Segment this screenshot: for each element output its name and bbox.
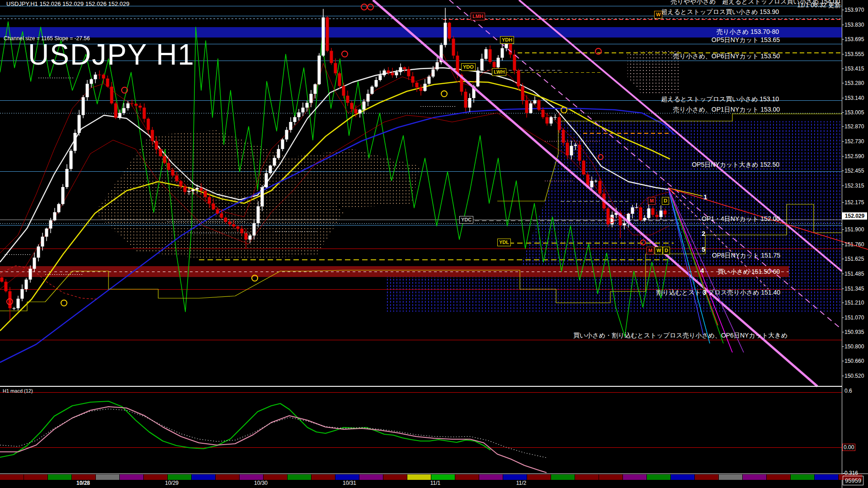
session-bar-segment (120, 474, 143, 480)
session-bar-segment (407, 474, 431, 480)
candle-body (249, 235, 252, 239)
session-bar-segment (359, 474, 383, 480)
candle-body (550, 117, 553, 123)
session-bar-segment (383, 474, 407, 480)
candle-body (525, 100, 528, 113)
session-bar-segment (168, 474, 191, 480)
candle-body (236, 226, 240, 229)
session-bar-segment (839, 474, 862, 480)
candle-body (86, 84, 89, 97)
candle-body (245, 233, 248, 239)
candle-body (346, 96, 349, 103)
mt4-chart-window: USDJPY,H1 152.026 152.029 152.026 152.02… (0, 0, 868, 488)
candle-body (436, 62, 439, 70)
session-bar-segment (815, 474, 838, 480)
candle-body (546, 117, 549, 123)
session-bar-segment (288, 474, 311, 480)
candle-body (664, 211, 667, 214)
session-bar-segment (144, 474, 167, 480)
candle-body (257, 206, 260, 223)
candle-body (192, 189, 195, 191)
candle-body (306, 103, 309, 108)
candle-body (407, 69, 410, 76)
session-bar-segment (431, 474, 455, 480)
session-bar-segment (72, 474, 95, 480)
session-bar-segment (192, 474, 215, 480)
candle-body (66, 169, 69, 187)
candle-body (261, 187, 264, 206)
candle-body (574, 145, 577, 145)
session-bar-segment (24, 474, 47, 480)
candle-body (110, 87, 113, 103)
candle-body (513, 55, 516, 70)
candle-body (285, 130, 288, 139)
candle-body (367, 94, 370, 102)
candle-body (41, 237, 44, 247)
chart-canvas[interactable] (0, 0, 868, 488)
candle-body (643, 218, 646, 220)
candle-body (501, 48, 504, 58)
candle-body (318, 56, 321, 84)
candle-body (297, 113, 301, 117)
candle-body (171, 170, 175, 176)
candle-body (228, 222, 231, 224)
candle-body (639, 207, 642, 220)
candle-body (208, 197, 211, 203)
candle-body (232, 224, 236, 226)
candle-body (424, 84, 427, 91)
candle-body (391, 73, 394, 75)
session-bar-segment (264, 474, 287, 480)
kumo-white-topright (627, 51, 680, 95)
candle-body (375, 80, 378, 87)
session-bar-segment (599, 474, 623, 480)
macd-signal-white-dotted (0, 409, 547, 458)
session-bar-segment (551, 474, 575, 480)
session-bar-segment (575, 474, 599, 480)
candle-body (468, 98, 472, 108)
candle-body (74, 133, 77, 151)
candle-body (123, 108, 126, 113)
candle-body (269, 165, 272, 173)
candle-body (363, 102, 366, 110)
candle-body (350, 103, 354, 109)
candle-body (281, 140, 284, 149)
candle-body (521, 86, 524, 100)
candle-body (273, 158, 276, 166)
candle-body (45, 229, 48, 237)
session-bar-segment (767, 474, 790, 480)
candle-body (21, 289, 24, 299)
candle-body (118, 113, 122, 118)
candle-body (554, 117, 557, 117)
candle-body (485, 49, 488, 59)
candle-body (224, 218, 227, 222)
candle-body (289, 122, 292, 130)
candle-body (334, 63, 337, 73)
buy-zone-151.50-60 (0, 266, 789, 277)
candle-body (5, 282, 8, 291)
candle-body (517, 70, 520, 86)
kumo-blue-right (387, 121, 842, 312)
candle-body (155, 141, 158, 149)
candle-body (359, 110, 362, 114)
candle-body (371, 87, 374, 94)
candle-body (599, 181, 602, 193)
candle-body (139, 106, 142, 108)
candle-body (167, 163, 170, 170)
candle-body (25, 280, 28, 289)
candle-body (570, 146, 573, 155)
candle-body (188, 191, 191, 192)
candle-body (0, 277, 4, 282)
candle-body (562, 130, 565, 142)
candle-body (420, 88, 423, 91)
candle-body (98, 75, 101, 75)
candle-body (29, 269, 32, 280)
candle-body (497, 58, 500, 67)
candle-body (220, 214, 223, 218)
candle-body (505, 38, 508, 48)
candle-body (395, 72, 398, 75)
session-bar-segment (0, 474, 24, 480)
session-bar-segment (96, 474, 119, 480)
candle-body (49, 221, 52, 229)
candle-body (476, 70, 480, 86)
candle-body (216, 209, 219, 213)
